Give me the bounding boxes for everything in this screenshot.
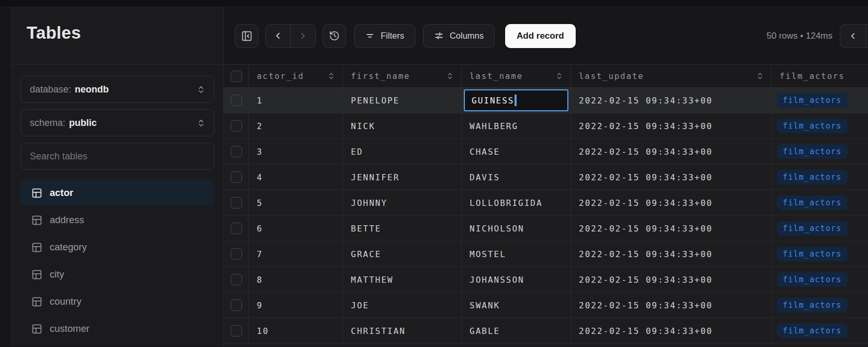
cell-first_name[interactable]: CHRISTIAN	[343, 318, 462, 343]
select-all-checkbox[interactable]	[231, 71, 242, 82]
column-header-last_update[interactable]: last_update	[571, 65, 772, 87]
cell-actor_id[interactable]: 10	[249, 318, 343, 343]
column-header-first_name[interactable]: first_name	[343, 65, 462, 87]
film-actors-link[interactable]: film_actors	[777, 221, 848, 236]
cell-last_name[interactable]: GUINESS	[462, 88, 571, 113]
sidebar-item-actor[interactable]: actor	[20, 180, 214, 206]
cell-actor_id[interactable]: 3	[249, 139, 343, 164]
column-header-last_name[interactable]: last_name	[462, 65, 571, 87]
sidebar-item-customer[interactable]: customer	[20, 316, 214, 342]
cell-first_name[interactable]: MATTHEW	[343, 267, 462, 292]
cell-actor_id[interactable]: 9	[249, 293, 343, 318]
cell-last_update[interactable]: 2022-02-15 09:34:33+00	[571, 293, 772, 318]
cell-last_update[interactable]: 2022-02-15 09:34:33+00	[571, 318, 772, 343]
row-checkbox[interactable]	[231, 197, 242, 209]
row-checkbox[interactable]	[231, 95, 242, 106]
sort-icon[interactable]	[323, 72, 335, 80]
columns-button[interactable]: Columns	[423, 24, 495, 48]
cell-first_name[interactable]: BETTE	[343, 216, 462, 241]
cell-last_update[interactable]: 2022-02-15 09:34:33+00	[571, 216, 772, 241]
sort-icon[interactable]	[752, 72, 764, 80]
toolbar: Filters Columns Add record 50 rows • 124…	[224, 7, 868, 65]
cell-actor_id[interactable]: 6	[249, 216, 343, 241]
film-actors-link[interactable]: film_actors	[777, 247, 848, 261]
schema-select[interactable]: schema: public	[20, 109, 214, 136]
filters-button[interactable]: Filters	[354, 24, 415, 48]
sidebar-item-address[interactable]: address	[20, 207, 214, 233]
film-actors-link[interactable]: film_actors	[777, 93, 848, 108]
cell-actor_id[interactable]: 1	[249, 88, 343, 113]
cell-last_name[interactable]: MOSTEL	[462, 241, 571, 267]
column-header-film_actors[interactable]: film_actors	[772, 65, 868, 87]
cell-film_actors[interactable]: film_actors	[772, 88, 868, 113]
cell-last_name[interactable]: DAVIS	[462, 165, 571, 190]
film-actors-link[interactable]: film_actors	[777, 119, 848, 133]
film-actors-link[interactable]: film_actors	[777, 170, 848, 184]
row-checkbox[interactable]	[231, 248, 242, 260]
cell-last_name[interactable]: CHASE	[462, 139, 571, 164]
cell-film_actors[interactable]: film_actors	[772, 241, 868, 267]
film-actors-link[interactable]: film_actors	[777, 298, 848, 313]
cell-last_name[interactable]: JOHANSSON	[462, 267, 571, 292]
cell-actor_id[interactable]: 2	[249, 113, 343, 138]
film-actors-link[interactable]: film_actors	[777, 272, 848, 287]
cell-last_name[interactable]: LOLLOBRIGIDA	[462, 190, 571, 215]
row-checkbox[interactable]	[231, 223, 242, 234]
collapse-panel-button[interactable]	[840, 24, 868, 48]
previous-page-button[interactable]	[266, 25, 290, 48]
cell-first_name[interactable]: JOE	[343, 293, 462, 318]
film-actors-link[interactable]: film_actors	[777, 195, 848, 210]
cell-last_update[interactable]: 2022-02-15 09:34:33+00	[571, 88, 772, 113]
cell-first_name[interactable]: JOHNNY	[343, 190, 462, 215]
sidebar-item-category[interactable]: category	[20, 234, 214, 260]
cell-last_update[interactable]: 2022-02-15 09:34:33+00	[571, 165, 772, 190]
cell-last_name[interactable]: NICHOLSON	[462, 216, 571, 241]
cell-actor_id[interactable]: 4	[249, 165, 343, 190]
film-actors-link[interactable]: film_actors	[777, 323, 848, 338]
toggle-sidebar-button[interactable]	[235, 24, 258, 48]
row-checkbox[interactable]	[231, 171, 242, 183]
cell-film_actors[interactable]: film_actors	[772, 165, 868, 190]
row-checkbox[interactable]	[231, 146, 242, 157]
column-header-actor_id[interactable]: actor_id	[249, 65, 343, 87]
cell-film_actors[interactable]: film_actors	[772, 216, 868, 241]
cell-actor_id[interactable]: 8	[249, 267, 343, 292]
history-button[interactable]	[323, 24, 346, 48]
cell-last_name[interactable]: SWANK	[462, 293, 571, 318]
add-record-button[interactable]: Add record	[505, 24, 576, 48]
cell-film_actors[interactable]: film_actors	[772, 190, 868, 215]
sidebar-item-city[interactable]: city	[20, 261, 214, 287]
cell-last_update[interactable]: 2022-02-15 09:34:33+00	[571, 190, 772, 215]
cell-editor[interactable]: GUINESS	[464, 89, 568, 111]
cell-last_update[interactable]: 2022-02-15 09:34:33+00	[571, 139, 772, 164]
search-tables-input[interactable]	[21, 143, 214, 169]
database-select-label: database:	[30, 84, 71, 95]
film-actors-link[interactable]: film_actors	[777, 144, 848, 159]
cell-last_name[interactable]: WAHLBERG	[462, 113, 571, 138]
sort-icon[interactable]	[551, 72, 563, 80]
cell-first_name[interactable]: JENNIFER	[343, 165, 462, 190]
row-checkbox[interactable]	[231, 299, 242, 311]
cell-last_name[interactable]: GABLE	[462, 318, 571, 343]
cell-film_actors[interactable]: film_actors	[772, 139, 868, 164]
cell-film_actors[interactable]: film_actors	[772, 293, 868, 318]
cell-last_update[interactable]: 2022-02-15 09:34:33+00	[571, 113, 772, 138]
cell-film_actors[interactable]: film_actors	[772, 318, 868, 343]
sort-icon[interactable]	[442, 72, 454, 80]
row-checkbox[interactable]	[231, 120, 242, 132]
next-page-button[interactable]	[291, 25, 315, 48]
database-select[interactable]: database: neondb	[20, 76, 214, 103]
row-checkbox[interactable]	[231, 325, 242, 337]
row-checkbox[interactable]	[231, 274, 242, 285]
cell-last_update[interactable]: 2022-02-15 09:34:33+00	[571, 241, 772, 267]
cell-first_name[interactable]: ED	[343, 139, 462, 164]
cell-first_name[interactable]: NICK	[343, 113, 462, 138]
cell-actor_id[interactable]: 7	[249, 241, 343, 267]
cell-film_actors[interactable]: film_actors	[772, 113, 868, 138]
sidebar-item-country[interactable]: country	[20, 288, 214, 315]
cell-first_name[interactable]: GRACE	[343, 241, 462, 267]
cell-last_update[interactable]: 2022-02-15 09:34:33+00	[571, 267, 772, 292]
cell-film_actors[interactable]: film_actors	[772, 267, 868, 292]
cell-actor_id[interactable]: 5	[249, 190, 343, 215]
cell-first_name[interactable]: PENELOPE	[343, 88, 462, 113]
